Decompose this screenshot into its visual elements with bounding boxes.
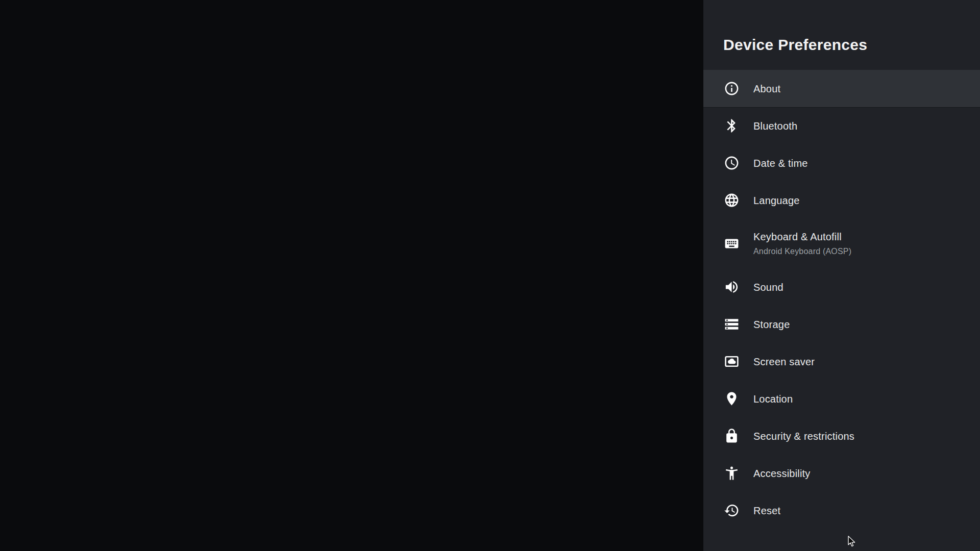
info-icon	[724, 81, 740, 96]
settings-list: About Bluetooth Date & time Language	[703, 70, 980, 529]
panel-title: Device Preferences	[723, 36, 867, 54]
menu-item-label: Screen saver	[753, 355, 815, 368]
screensaver-icon	[724, 354, 740, 369]
menu-item-security-restrictions[interactable]: Security & restrictions	[703, 417, 980, 455]
menu-item-label: About	[753, 82, 780, 95]
menu-item-date-time[interactable]: Date & time	[703, 144, 980, 182]
storage-icon	[724, 316, 740, 332]
globe-icon	[724, 192, 740, 208]
menu-item-bluetooth[interactable]: Bluetooth	[703, 107, 980, 144]
clock-icon	[724, 155, 740, 171]
menu-item-text: Keyboard & Autofill Android Keyboard (AO…	[753, 229, 851, 259]
menu-item-label: Bluetooth	[753, 119, 797, 133]
menu-item-label: Date & time	[753, 157, 808, 170]
menu-item-label: Reset	[753, 504, 780, 517]
menu-item-label: Keyboard & Autofill	[753, 229, 851, 244]
menu-item-sound[interactable]: Sound	[703, 268, 980, 306]
menu-item-location[interactable]: Location	[703, 380, 980, 417]
keyboard-icon	[724, 236, 740, 252]
mouse-cursor	[848, 536, 855, 547]
menu-item-label: Accessibility	[753, 467, 811, 480]
menu-item-about[interactable]: About	[703, 70, 980, 107]
menu-item-keyboard-autofill[interactable]: Keyboard & Autofill Android Keyboard (AO…	[703, 219, 980, 268]
device-preferences-panel: Device Preferences About Bluetooth Date …	[703, 0, 980, 551]
accessibility-icon	[724, 465, 740, 481]
volume-icon	[724, 279, 740, 295]
bluetooth-icon	[724, 118, 740, 134]
location-pin-icon	[724, 391, 740, 407]
dimmed-background	[0, 0, 703, 551]
lock-icon	[724, 428, 740, 444]
menu-item-sublabel: Android Keyboard (AOSP)	[753, 244, 851, 259]
menu-item-label: Security & restrictions	[753, 430, 854, 443]
menu-item-language[interactable]: Language	[703, 182, 980, 219]
menu-item-label: Language	[753, 194, 800, 207]
menu-item-label: Storage	[753, 318, 790, 331]
menu-item-accessibility[interactable]: Accessibility	[703, 455, 980, 492]
menu-item-storage[interactable]: Storage	[703, 306, 980, 343]
menu-item-label: Location	[753, 392, 793, 406]
menu-item-label: Sound	[753, 281, 783, 294]
menu-item-reset[interactable]: Reset	[703, 492, 980, 529]
reset-icon	[724, 503, 740, 518]
screen: Device Preferences About Bluetooth Date …	[0, 0, 980, 551]
menu-item-screen-saver[interactable]: Screen saver	[703, 343, 980, 380]
